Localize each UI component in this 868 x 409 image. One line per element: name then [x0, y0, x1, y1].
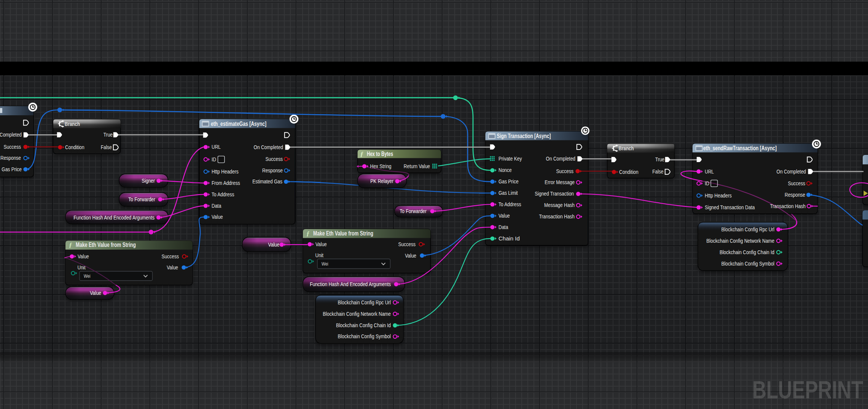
svg-text:eth_sendRawTransaction [Async]: eth_sendRawTransaction [Async] [703, 145, 777, 151]
svg-text:From Address: From Address [212, 180, 240, 186]
svg-text:Make Eth Value from String: Make Eth Value from String [313, 230, 373, 237]
svg-text:Estimated Gas: Estimated Gas [252, 178, 282, 185]
svg-text:Hex to Bytes: Hex to Bytes [367, 151, 393, 157]
svg-text:Gas Limit: Gas Limit [499, 189, 518, 196]
svg-text:On Completed: On Completed [777, 168, 806, 175]
svg-text:True: True [104, 131, 113, 138]
svg-text:eth_estimateGas [Async]: eth_estimateGas [Async] [211, 121, 266, 127]
svg-text:Condition: Condition [65, 144, 84, 150]
svg-text:Blockchain Config Chain Id: Blockchain Config Chain Id [720, 249, 774, 255]
svg-text:Return Value: Return Value [404, 163, 430, 169]
svg-text:True: True [655, 156, 664, 162]
svg-text:Error Message: Error Message [545, 179, 575, 185]
svg-text:Http Headers: Http Headers [212, 168, 239, 175]
svg-text:Message Hash: Message Hash [544, 202, 575, 208]
svg-text:Data: Data [212, 202, 221, 209]
svg-text:Value: Value [268, 241, 280, 248]
svg-text:Response: Response [785, 191, 805, 198]
svg-text:Sign Transaction [Async]: Sign Transaction [Async] [497, 133, 551, 139]
svg-text:Value: Value [167, 264, 178, 271]
svg-text:False: False [101, 144, 112, 150]
svg-text:To Forwarder: To Forwarder [128, 196, 155, 202]
svg-text:Wei: Wei [322, 261, 328, 267]
svg-text:Response: Response [262, 167, 283, 173]
svg-text:Gas Price: Gas Price [2, 166, 22, 172]
svg-text:ƒ: ƒ [69, 241, 72, 248]
svg-text:Gas Price: Gas Price [499, 178, 519, 185]
svg-text:To Address: To Address [499, 201, 521, 207]
svg-text:Blockchain Config Rpc Url: Blockchain Config Rpc Url [338, 299, 391, 306]
svg-text:Function Hash And Encoded Argu: Function Hash And Encoded Arguments [310, 281, 391, 287]
svg-text:Success: Success [398, 241, 416, 247]
svg-text:Success: Success [556, 168, 573, 174]
svg-text:Success: Success [4, 143, 21, 150]
svg-text:Blockchain Config Chain Id: Blockchain Config Chain Id [336, 322, 391, 328]
svg-text:False: False [652, 168, 663, 175]
svg-text:Signed Transaction: Signed Transaction [535, 190, 574, 197]
svg-text:Transaction Hash: Transaction Hash [539, 213, 575, 220]
svg-text:Value: Value [315, 241, 327, 247]
svg-text:Value: Value [78, 253, 89, 259]
svg-text:On Completed: On Completed [254, 144, 283, 150]
svg-text:ID: ID [705, 180, 709, 186]
svg-text:On Completed: On Completed [546, 155, 575, 162]
svg-text:Branch: Branch [619, 145, 634, 151]
svg-text:To Address: To Address [212, 191, 234, 197]
svg-text:Success: Success [788, 180, 805, 186]
svg-text:ƒ: ƒ [306, 230, 310, 237]
svg-text:Unit: Unit [78, 264, 86, 271]
svg-text:Blockchain Config Rpc Url: Blockchain Config Rpc Url [721, 226, 774, 232]
svg-text:Blockchain Config Network Name: Blockchain Config Network Name [706, 237, 774, 244]
svg-text:ID: ID [212, 156, 216, 162]
svg-text:Signer: Signer [142, 177, 155, 184]
svg-text:Response: Response [0, 154, 21, 161]
svg-text:Value: Value [90, 290, 101, 296]
svg-text:Http Headers: Http Headers [705, 192, 732, 199]
svg-text:Value: Value [405, 252, 416, 259]
svg-text:Completed: Completed [0, 131, 22, 138]
svg-text:BLUEPRINT: BLUEPRINT [752, 376, 863, 404]
svg-text:Blockchain Config Symbol: Blockchain Config Symbol [338, 333, 391, 339]
svg-text:Value: Value [499, 212, 510, 219]
svg-text:PK Relayer: PK Relayer [370, 178, 393, 184]
svg-text:Hex String: Hex String [370, 163, 392, 169]
svg-text:Private Key: Private Key [499, 155, 522, 162]
svg-text:Make Eth Value from String: Make Eth Value from String [76, 242, 136, 248]
svg-text:Unit: Unit [315, 252, 324, 258]
svg-text:Signed Transaction Data: Signed Transaction Data [705, 204, 755, 210]
svg-text:Branch: Branch [65, 121, 80, 127]
svg-text:ƒ: ƒ [360, 150, 364, 158]
svg-text:Wei: Wei [84, 273, 90, 279]
svg-text:Data: Data [499, 224, 508, 230]
svg-text:Function Hash And Encoded Argu: Function Hash And Encoded Arguments [73, 214, 154, 221]
svg-text:URL: URL [705, 168, 714, 175]
svg-text:Blockchain Config Symbol: Blockchain Config Symbol [721, 260, 774, 267]
svg-text:Success: Success [266, 156, 283, 162]
svg-text:Nonce: Nonce [499, 167, 512, 173]
svg-text:Value: Value [212, 213, 223, 220]
svg-text:To Forwarder: To Forwarder [400, 208, 427, 214]
svg-text:Condition: Condition [619, 169, 639, 175]
svg-text:Transaction Hash: Transaction Hash [770, 203, 806, 209]
svg-text:Chain Id: Chain Id [499, 235, 520, 242]
svg-text:Success: Success [162, 253, 179, 259]
svg-text:Blockchain Config Network Name: Blockchain Config Network Name [323, 310, 391, 317]
svg-text:URL: URL [212, 143, 221, 150]
